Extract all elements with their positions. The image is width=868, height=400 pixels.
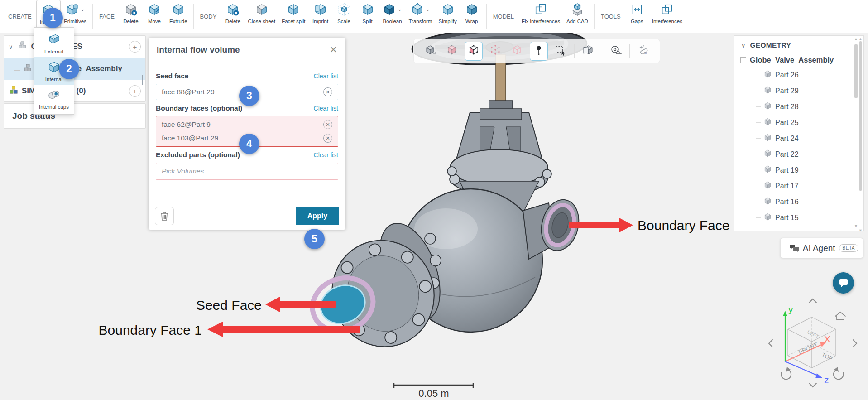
delete-operation-button[interactable]	[155, 207, 174, 225]
remove-face-button[interactable]: ✕	[323, 120, 332, 129]
section-plane-button[interactable]	[579, 42, 597, 61]
close-icon[interactable]: ✕	[329, 45, 337, 54]
remove-face-button[interactable]: ✕	[323, 87, 332, 96]
viewport-toolbar-divider	[574, 44, 575, 58]
toolbar-item-label: Close sheet	[248, 19, 275, 24]
boundary-face-2-highlight[interactable]	[536, 196, 584, 255]
toolbar-group-label-model: MODEL	[493, 13, 514, 20]
part-tree-item[interactable]: Part 26	[756, 67, 863, 83]
scroll-up-icon[interactable]: ▲	[854, 37, 858, 41]
part-tree-item[interactable]: Part 29	[756, 83, 863, 99]
add-geometry-button[interactable]: +	[129, 41, 141, 53]
remove-face-button[interactable]: ✕	[323, 134, 332, 143]
seed-face-clear-list-link[interactable]: Clear list	[314, 72, 338, 80]
assembly-tree-row[interactable]: − Globe_Valve_Assembly	[734, 52, 863, 67]
panel-resize-handle[interactable]	[142, 75, 144, 85]
part-cube-icon	[764, 213, 772, 222]
chevron-down-icon[interactable]: ∨	[741, 42, 746, 49]
select-vertex-button[interactable]	[486, 42, 504, 61]
toolbar-group-label-body: BODY	[200, 13, 217, 20]
toolbar-delete-button[interactable]: Delete	[119, 0, 143, 33]
toolbar-transform-button[interactable]: ⌄Transform	[405, 0, 435, 33]
toolbar-item-label: Add CAD	[566, 19, 588, 24]
toolbar-move-button[interactable]: Move	[143, 0, 166, 33]
scroll-down-icon[interactable]: ▼	[858, 228, 863, 231]
part-label: Part 24	[775, 135, 799, 143]
part-tree-item[interactable]: Part 22	[756, 146, 863, 162]
toolbar-divider	[486, 4, 487, 29]
scroll-down-icon[interactable]: ▼	[854, 224, 858, 228]
support-chat-button[interactable]	[833, 272, 854, 294]
seed-point-button[interactable]	[530, 42, 548, 61]
tree-row-geometries[interactable]: ∨ GEOMETRIES +	[4, 36, 145, 58]
toolbar-close-sheet-button[interactable]: Close sheet	[245, 0, 278, 33]
part-cube-icon	[764, 70, 772, 80]
measure-button[interactable]	[607, 42, 625, 61]
toolbar-scale-button[interactable]: Scale	[332, 0, 356, 33]
toolbar-facet-split-button[interactable]: Facet split	[278, 0, 308, 33]
scroll-up-icon[interactable]: ▲	[858, 37, 863, 41]
toolbar-boolean-button[interactable]: ⌄Boolean	[379, 0, 406, 33]
toolbar-add-cad-button[interactable]: Add CAD	[563, 0, 591, 33]
part-tree-item[interactable]: Part 15	[756, 210, 863, 226]
toolbar-item-label: Extrude	[169, 19, 187, 24]
scrollbar-thumb[interactable]	[859, 41, 862, 191]
boundary-faces-clear-list-link[interactable]: Clear list	[314, 105, 338, 112]
ai-assistant-button[interactable]: AI	[634, 42, 652, 61]
collapse-icon[interactable]: −	[740, 57, 746, 63]
measure-icon	[610, 44, 622, 58]
excluded-parts-input[interactable]	[156, 163, 338, 180]
part-tree-item[interactable]: Part 25	[756, 115, 863, 130]
toolbar-gaps-button[interactable]: Gaps	[625, 0, 649, 33]
part-tree-item[interactable]: Part 16	[756, 194, 863, 210]
part-tree-item[interactable]: Part 24	[756, 130, 863, 146]
select-volume-button[interactable]	[443, 42, 461, 61]
toolbar-split-button[interactable]: Split	[356, 0, 379, 33]
globe-valve-model[interactable]	[305, 25, 588, 361]
z-axis-label: z	[824, 375, 829, 385]
apply-button[interactable]: Apply	[296, 207, 339, 225]
box-select-button[interactable]	[551, 42, 570, 61]
select-face-button[interactable]	[465, 42, 483, 61]
toolbar-interferences-button[interactable]: Interferences	[649, 0, 686, 33]
excluded-parts-clear-list-link[interactable]: Clear list	[314, 151, 338, 159]
part-tree-item[interactable]: Part 19	[756, 162, 863, 178]
toolbar-extrude-button[interactable]: Extrude	[166, 0, 191, 33]
gaps-icon	[630, 3, 644, 18]
axis-triad: y X z	[783, 304, 830, 385]
select-face-icon	[468, 44, 480, 58]
ai-assistant-icon: AI	[638, 44, 649, 58]
tree-row-simulations[interactable]: SIMULATIONS (0) +	[4, 80, 145, 102]
tree-elbow-connector	[14, 61, 20, 71]
chevron-down-icon[interactable]: ⌄	[398, 5, 403, 12]
toolbar-delete-button[interactable]: Delete	[221, 0, 245, 33]
add-simulation-button[interactable]: +	[129, 85, 141, 97]
wireframe-view-icon	[511, 44, 523, 58]
chevron-down-icon[interactable]: ∨	[9, 43, 13, 50]
shaded-view-button[interactable]	[421, 42, 439, 61]
ai-agent-button[interactable]: AI Agent BETA	[780, 238, 863, 258]
toolbar-simplify-button[interactable]: Simplify	[435, 0, 460, 33]
toolbar-fix-interferences-button[interactable]: Fix interferences	[518, 0, 563, 33]
facet-split-icon	[287, 3, 300, 18]
toolbar-item-label: Primitives	[64, 19, 86, 24]
seed-face-highlight[interactable]	[305, 270, 381, 339]
chevron-down-icon[interactable]: ⌄	[80, 5, 85, 12]
toolbar-group-label-face: FACE	[99, 13, 115, 20]
select-volume-icon	[446, 44, 458, 58]
part-tree-item[interactable]: Part 17	[756, 178, 863, 194]
wireframe-view-button[interactable]	[508, 42, 526, 61]
dropdown-item-external[interactable]: External	[34, 29, 74, 57]
y-axis-label: y	[788, 304, 793, 314]
annotations: Seed Face Boundary Face 1 Boundary Face …	[99, 217, 741, 337]
scrollbar-thumb[interactable]	[854, 44, 858, 98]
toolbar-wrap-button[interactable]: Wrap	[460, 0, 484, 33]
part-cube-icon	[764, 134, 772, 143]
step-badge-5: 5	[304, 229, 325, 249]
toolbar-item-label: Delete	[225, 19, 240, 24]
view-cube[interactable]: FRONT TOP LEFT y X z	[769, 299, 857, 387]
dropdown-item-internal-caps[interactable]: Internal caps	[34, 85, 74, 112]
chevron-down-icon[interactable]: ⌄	[426, 5, 431, 12]
toolbar-imprint-button[interactable]: Imprint	[309, 0, 332, 33]
part-tree-item[interactable]: Part 28	[756, 99, 863, 115]
